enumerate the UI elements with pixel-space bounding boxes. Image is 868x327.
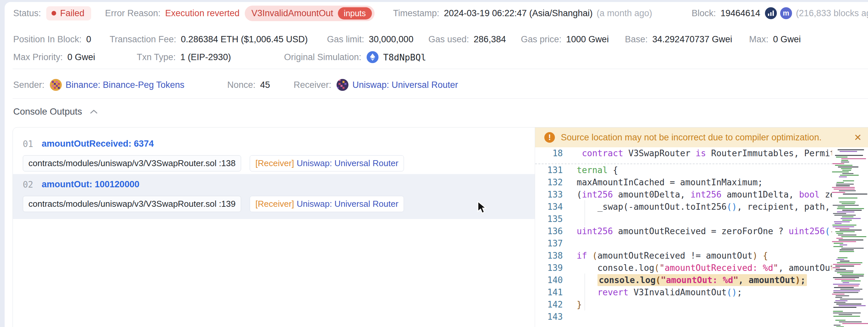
line-number[interactable]: 143 [535, 311, 570, 323]
metasleuth-icon[interactable]: m [780, 7, 792, 19]
indent-guide [585, 273, 585, 310]
field-value: 0 [86, 34, 91, 44]
max-priority-field: Max Priority: 0 Gwei [13, 49, 95, 65]
minimap-line [838, 167, 859, 168]
code-line-133[interactable]: 133(int256 amount0Delta, int256 amount1D… [535, 188, 868, 201]
console-entry[interactable]: 02amountOut: 100120000contracts/modules/… [13, 174, 535, 219]
max-priority-label: Max Priority: [13, 52, 63, 62]
minimap-line [837, 262, 862, 263]
warning-icon: ! [544, 132, 555, 143]
block-number[interactable]: 19464614 [721, 8, 760, 19]
field-label: Gas used: [428, 34, 469, 44]
line-number[interactable]: 136 [535, 225, 570, 237]
code-token: V3InvalidAmountOut [628, 287, 726, 297]
code-line-142[interactable]: 142} [535, 299, 868, 311]
entry-log-text[interactable]: amountOutReceived: 6374 [42, 139, 154, 149]
line-content: console.log("amountOut: %d", amountOut); [570, 274, 807, 286]
line-number[interactable]: 141 [535, 286, 570, 299]
minimap-line [832, 241, 856, 242]
code-line-136[interactable]: 136uint256 amountOutReceived = zeroForOn… [535, 225, 868, 237]
minimap-line [837, 211, 855, 212]
inputs-badge[interactable]: inputs [338, 7, 372, 20]
minimap-line [833, 313, 861, 314]
code-line-139[interactable]: 139 console.log("amountOutReceived: %d",… [535, 262, 868, 274]
header-field-5: Base:34.292470737 Gwei [625, 31, 732, 47]
code-token: uint256 [789, 226, 825, 236]
block-explorer-icon[interactable] [765, 7, 777, 19]
mouse-cursor [477, 201, 489, 214]
context-contract-name[interactable]: Uniswap: Universal Router [297, 158, 398, 168]
minimap-line [839, 176, 847, 177]
minimap-line [836, 185, 850, 186]
divider [12, 69, 868, 69]
collapsed-region-separator[interactable] [535, 159, 833, 164]
line-number[interactable]: 139 [535, 262, 570, 274]
minimap-line [833, 246, 843, 247]
code-token: ( [656, 275, 661, 285]
line-number[interactable]: 140 [535, 274, 570, 286]
line-number[interactable]: 142 [535, 299, 570, 311]
header-row-3: Max Priority: 0 Gwei Txn Type: 1 (EIP-29… [5, 49, 868, 65]
context-contract-chip[interactable]: [Receiver]Uniswap: Universal Router [250, 155, 404, 172]
context-contract-name[interactable]: Uniswap: Universal Router [297, 199, 398, 209]
code-line-18[interactable]: 18 contract V3SwapRouter is RouterImmuta… [535, 147, 868, 159]
line-number[interactable]: 132 [535, 176, 570, 188]
code-minimap[interactable] [832, 148, 868, 327]
line-content: maxAmountInCached = amountInMaximum; [570, 176, 763, 188]
line-number[interactable]: 131 [535, 164, 570, 176]
receiver-link[interactable]: Uniswap: Universal Router [352, 80, 458, 90]
line-number[interactable]: 138 [535, 250, 570, 262]
minimap-line [841, 160, 848, 161]
minimap-line [836, 269, 846, 270]
sender-avatar [50, 79, 62, 91]
code-token: , recipient, path, p [737, 202, 840, 212]
code-line-141[interactable]: 141 revert V3InvalidAmountOut(); [535, 286, 868, 299]
receiver-avatar [337, 79, 348, 91]
context-contract-chip[interactable]: [Receiver]Uniswap: Universal Router [250, 196, 404, 212]
receiver-field: Receiver: Uniswap: Universal Router [293, 76, 458, 94]
code-token: maxAmountInCached = amountInMaximum; [577, 177, 763, 187]
minimap-line [834, 243, 843, 244]
code-line-143[interactable]: 143 [535, 311, 868, 323]
minimap-line [836, 303, 861, 304]
line-number[interactable]: 137 [535, 237, 570, 250]
minimap-line [842, 173, 854, 174]
entry-log-text[interactable]: amountOut: 100120000 [42, 179, 140, 189]
line-number[interactable]: 134 [535, 201, 570, 213]
console-entry-head: 01amountOutReceived: 6374 [23, 139, 154, 149]
code-editor[interactable]: 18 contract V3SwapRouter is RouterImmuta… [535, 147, 868, 327]
code-line-134[interactable]: 134 _swap(-amountOut.toInt256(), recipie… [535, 201, 868, 213]
source-location-chip[interactable]: contracts/modules/uniswap/v3/V3SwapRoute… [23, 196, 241, 212]
field-label: Gas price: [521, 34, 561, 44]
line-content: } [570, 299, 582, 311]
minimap-line [835, 279, 855, 280]
minimap-line [840, 244, 847, 245]
line-content: (int256 amount0Delta, int256 amount1Delt… [570, 188, 840, 201]
minimap-line [839, 202, 856, 203]
minimap-line [838, 286, 859, 286]
code-line-140[interactable]: 140 console.log("amountOut: %d", amountO… [535, 274, 868, 286]
error-pill[interactable]: V3InvalidAmountOut inputs [245, 6, 374, 21]
code-line-138[interactable]: 138if (amountOutReceived != amountOut) { [535, 250, 868, 262]
status-label: Status: [13, 8, 41, 19]
code-line-132[interactable]: 132maxAmountInCached = amountInMaximum; [535, 176, 868, 188]
close-warning-icon[interactable]: ✕ [854, 132, 862, 143]
code-line-135[interactable]: 135 [535, 213, 868, 225]
code-token: if [577, 251, 587, 261]
eth-simulation-icon [367, 51, 378, 63]
sender-link[interactable]: Binance: Binance-Peg Tokens [66, 80, 185, 90]
original-simulation-id[interactable]: T8dNpBQl [383, 52, 426, 62]
code-line-137[interactable]: 137 [535, 237, 868, 250]
minimap-line [840, 289, 862, 290]
minimap-line [836, 259, 844, 260]
source-location-chip[interactable]: contracts/modules/uniswap/v3/V3SwapRoute… [23, 155, 241, 172]
console-outputs-header[interactable]: Console Outputs [13, 106, 98, 117]
code-token: amountOut: %d [666, 275, 733, 285]
code-line-131[interactable]: 131ternal { [535, 164, 868, 176]
line-number[interactable]: 18 [535, 147, 570, 159]
minimap-line [843, 180, 854, 181]
line-number[interactable]: 135 [535, 213, 570, 225]
console-entry[interactable]: 01amountOutReceived: 6374contracts/modul… [13, 133, 535, 178]
chevron-up-icon[interactable] [90, 109, 98, 114]
line-number[interactable]: 133 [535, 188, 570, 201]
